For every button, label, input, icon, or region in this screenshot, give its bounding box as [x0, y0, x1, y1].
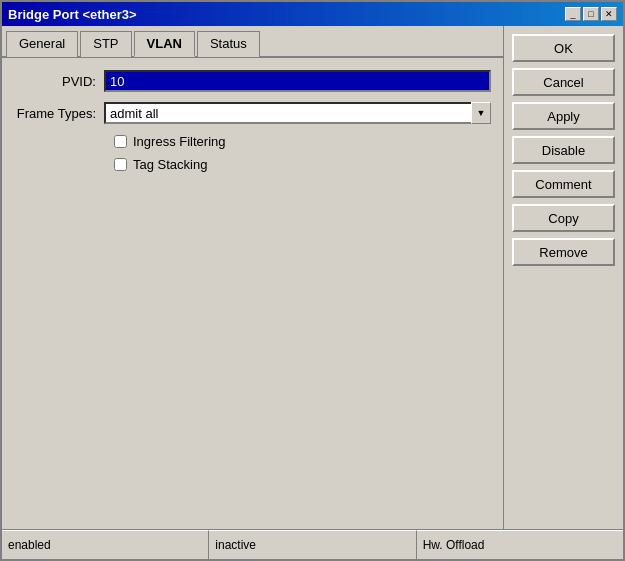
- tag-stacking-row: Tag Stacking: [114, 157, 491, 172]
- main-panel: General STP VLAN Status PVID: Frame Type…: [2, 26, 503, 529]
- maximize-button[interactable]: □: [583, 7, 599, 21]
- tab-stp[interactable]: STP: [80, 31, 131, 57]
- disable-button[interactable]: Disable: [512, 136, 615, 164]
- ingress-filtering-checkbox[interactable]: [114, 135, 127, 148]
- ok-button[interactable]: OK: [512, 34, 615, 62]
- vlan-tab-content: PVID: Frame Types: admit all admit only …: [2, 58, 503, 529]
- tag-stacking-checkbox[interactable]: [114, 158, 127, 171]
- status-hw-offload: Hw. Offload: [417, 530, 623, 559]
- ingress-filtering-label: Ingress Filtering: [133, 134, 225, 149]
- remove-button[interactable]: Remove: [512, 238, 615, 266]
- tag-stacking-label: Tag Stacking: [133, 157, 207, 172]
- tab-status[interactable]: Status: [197, 31, 260, 57]
- apply-button[interactable]: Apply: [512, 102, 615, 130]
- right-panel: OK Cancel Apply Disable Comment Copy Rem…: [503, 26, 623, 529]
- comment-button[interactable]: Comment: [512, 170, 615, 198]
- cancel-button[interactable]: Cancel: [512, 68, 615, 96]
- frame-types-label: Frame Types:: [14, 106, 104, 121]
- status-enabled: enabled: [2, 530, 209, 559]
- window-title: Bridge Port <ether3>: [8, 7, 137, 22]
- frame-types-row: Frame Types: admit all admit only untagg…: [14, 102, 491, 124]
- tab-vlan[interactable]: VLAN: [134, 31, 195, 57]
- title-bar: Bridge Port <ether3> _ □ ✕: [2, 2, 623, 26]
- content-area: General STP VLAN Status PVID: Frame Type…: [2, 26, 623, 529]
- window-controls: _ □ ✕: [565, 7, 617, 21]
- status-inactive: inactive: [209, 530, 416, 559]
- frame-types-wrapper: admit all admit only untagged and priori…: [104, 102, 491, 124]
- pvid-label: PVID:: [14, 74, 104, 89]
- status-bar: enabled inactive Hw. Offload: [2, 529, 623, 559]
- copy-button[interactable]: Copy: [512, 204, 615, 232]
- close-button[interactable]: ✕: [601, 7, 617, 21]
- bridge-port-window: Bridge Port <ether3> _ □ ✕ General STP V…: [0, 0, 625, 561]
- pvid-input[interactable]: [104, 70, 491, 92]
- frame-types-select[interactable]: admit all admit only untagged and priori…: [104, 102, 491, 124]
- ingress-filtering-row: Ingress Filtering: [114, 134, 491, 149]
- tab-bar: General STP VLAN Status: [2, 26, 503, 58]
- pvid-row: PVID:: [14, 70, 491, 92]
- tab-general[interactable]: General: [6, 31, 78, 57]
- minimize-button[interactable]: _: [565, 7, 581, 21]
